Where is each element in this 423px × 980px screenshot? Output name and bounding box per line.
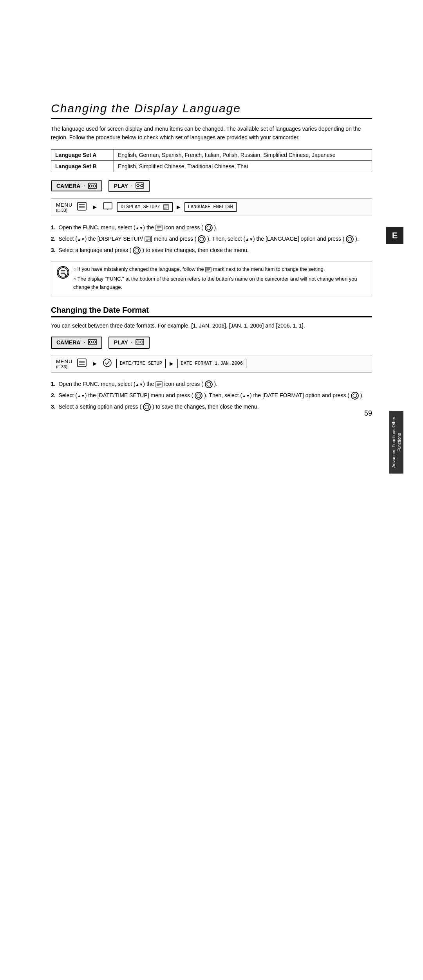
section1-title: Changing the Display Language bbox=[51, 102, 372, 119]
svg-point-61 bbox=[205, 381, 212, 388]
arrow-2b: ▶ bbox=[170, 360, 174, 368]
lang-set-b-value: English, Simplified Chinese, Traditional… bbox=[114, 160, 372, 172]
page: E Changing the Display Language The lang… bbox=[0, 0, 423, 980]
play-label-2: PLAY bbox=[114, 339, 128, 346]
note-icon-1 bbox=[57, 266, 69, 279]
flow-box-2b: DATE FORMAT 1.JAN.2006 bbox=[177, 359, 246, 368]
play-button-1[interactable]: PLAY · bbox=[108, 180, 150, 192]
step-item: 1. Open the FUNC. menu, select (▲▼) the … bbox=[51, 380, 372, 389]
set-icon-1 bbox=[203, 224, 214, 231]
nav-updown-icon: ▲▼ bbox=[77, 237, 85, 241]
set-icon-7 bbox=[349, 392, 360, 398]
step-item: 2. Select (▲▼) the [DATE/TIME SETUP] men… bbox=[51, 391, 372, 400]
note-bullet-2: The display "FUNC." at the bottom of the… bbox=[73, 275, 366, 292]
section2-intro: You can select between three date format… bbox=[51, 321, 372, 330]
svg-point-34 bbox=[135, 249, 139, 252]
nav-updown-icon: ▲▼ bbox=[136, 226, 143, 230]
svg-point-1 bbox=[89, 185, 92, 187]
note-bullet-1: If you have mistakenly changed the langu… bbox=[73, 265, 366, 274]
set-icon-5 bbox=[203, 381, 214, 387]
svg-point-68 bbox=[145, 405, 149, 409]
camera-button-1[interactable]: CAMERA · bbox=[51, 180, 102, 191]
svg-point-56 bbox=[103, 359, 111, 367]
svg-point-62 bbox=[207, 382, 211, 386]
svg-point-45 bbox=[89, 341, 92, 343]
step-item: 3. Select a setting option and press ( )… bbox=[51, 402, 372, 411]
menu-label-2: MENU (□ 33) bbox=[56, 358, 72, 369]
section1-intro: The language used for screen display and… bbox=[51, 124, 372, 142]
tape-icon-1 bbox=[88, 183, 97, 189]
set-icon-2 bbox=[196, 236, 207, 242]
tape-icon-play-1 bbox=[136, 182, 144, 190]
arrow-1a: ▶ bbox=[93, 203, 97, 211]
page-number: 59 bbox=[364, 409, 372, 418]
table-row: Language Set B English, Simplified Chine… bbox=[51, 160, 372, 172]
note-content-1: If you have mistakenly changed the langu… bbox=[73, 265, 366, 293]
svg-point-29 bbox=[198, 236, 205, 243]
set-icon-6 bbox=[193, 392, 204, 398]
lang-set-a-label: Language Set A bbox=[51, 149, 114, 160]
section2-header: Changing the Date Format bbox=[51, 306, 372, 317]
step-item: 1. Open the FUNC. menu, select (▲▼) the … bbox=[51, 223, 372, 232]
svg-point-23 bbox=[205, 224, 212, 231]
section1-mode-buttons: CAMERA · PLAY · bbox=[51, 180, 372, 192]
arrow-2a: ▶ bbox=[93, 360, 97, 368]
flow-list-icon-2 bbox=[77, 358, 87, 369]
flow-box-1a: DISPLAY SETUP/ bbox=[117, 202, 173, 212]
section2-menu-flow: MENU (□ 33) ▶ DATE/TIME SETUP bbox=[51, 355, 372, 373]
language-table: Language Set A English, German, Spanish,… bbox=[51, 149, 372, 172]
content-area: E Changing the Display Language The lang… bbox=[20, 0, 403, 449]
svg-point-31 bbox=[346, 236, 353, 243]
side-tab-e: E bbox=[386, 227, 403, 244]
side-vertical-text: Advanced Functions Other Functions bbox=[389, 411, 403, 474]
svg-point-64 bbox=[197, 394, 201, 398]
tape-icon-2 bbox=[88, 339, 97, 346]
step-item: 3. Select a language and press ( ) to sa… bbox=[51, 246, 372, 255]
svg-point-50 bbox=[141, 341, 143, 343]
section2-steps: 1. Open the FUNC. menu, select (▲▼) the … bbox=[51, 380, 372, 411]
lang-set-b-label: Language Set B bbox=[51, 160, 114, 172]
svg-point-5 bbox=[137, 184, 139, 187]
svg-point-63 bbox=[195, 392, 202, 399]
step-item: 2. Select (▲▼) the [DISPLAY SETUP/ ] men… bbox=[51, 234, 372, 243]
svg-point-35 bbox=[58, 268, 68, 277]
svg-point-65 bbox=[351, 392, 358, 399]
svg-point-24 bbox=[207, 226, 211, 230]
tape-icon-play-2 bbox=[136, 339, 144, 346]
svg-point-67 bbox=[143, 404, 150, 411]
set-icon-3 bbox=[345, 236, 356, 242]
set-icon-4 bbox=[131, 247, 142, 253]
section2-mode-buttons: CAMERA · PLAY · bbox=[51, 337, 372, 349]
play-button-2[interactable]: PLAY · bbox=[108, 337, 150, 349]
svg-point-46 bbox=[93, 341, 96, 343]
svg-point-6 bbox=[141, 184, 143, 187]
svg-point-33 bbox=[133, 247, 140, 254]
section1-steps: 1. Open the FUNC. menu, select (▲▼) the … bbox=[51, 223, 372, 255]
menu-label-1: MENU (□ 33) bbox=[56, 202, 72, 213]
flow-display-icon-1 bbox=[103, 202, 112, 212]
set-icon-8 bbox=[141, 404, 152, 410]
svg-point-2 bbox=[93, 185, 96, 187]
lang-set-a-value: English, German, Spanish, French, Italia… bbox=[114, 149, 372, 160]
camera-label-2: CAMERA bbox=[56, 339, 80, 346]
svg-point-49 bbox=[137, 341, 139, 343]
arrow-1b: ▶ bbox=[177, 203, 181, 211]
svg-point-66 bbox=[353, 394, 357, 398]
flow-box-2a: DATE/TIME SETUP bbox=[116, 359, 166, 368]
side-tab-label: E bbox=[392, 231, 398, 241]
section1-menu-flow: MENU (□ 33) ▶ DISPLAY S bbox=[51, 198, 372, 216]
camera-button-2[interactable]: CAMERA · bbox=[51, 337, 102, 349]
flow-check-icon-2 bbox=[103, 358, 112, 369]
flow-box-1b: LANGUAGE ENGLISH bbox=[184, 202, 237, 212]
flow-list-icon-1 bbox=[77, 202, 87, 212]
svg-point-32 bbox=[348, 237, 352, 241]
play-label-1: PLAY bbox=[114, 183, 128, 189]
section2-title: Changing the Date Format bbox=[51, 306, 372, 317]
svg-point-30 bbox=[200, 237, 204, 241]
section1-note-box: If you have mistakenly changed the langu… bbox=[51, 261, 372, 297]
camera-label-1: CAMERA bbox=[56, 183, 80, 189]
table-row: Language Set A English, German, Spanish,… bbox=[51, 149, 372, 160]
svg-rect-12 bbox=[103, 203, 112, 209]
